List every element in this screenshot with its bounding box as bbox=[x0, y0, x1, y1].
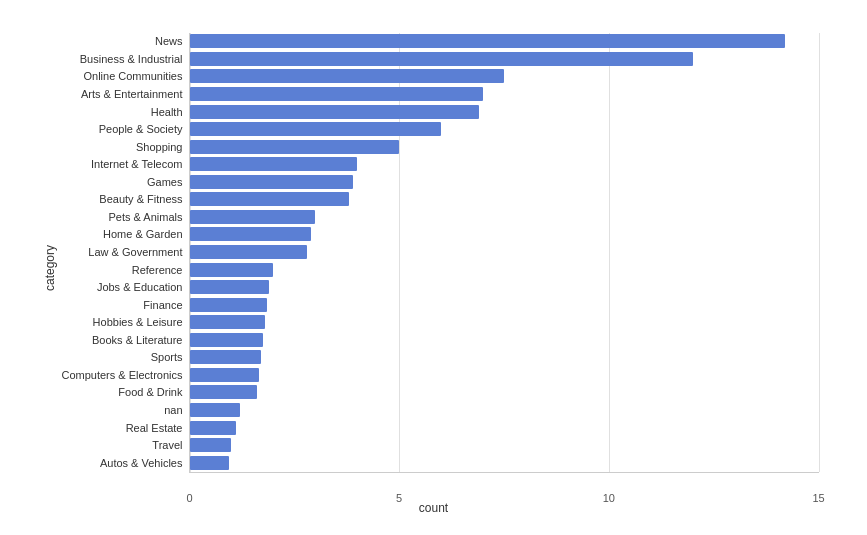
bar bbox=[190, 421, 236, 435]
bar bbox=[190, 52, 693, 66]
plot-area: NewsBusiness & IndustrialOnline Communit… bbox=[189, 33, 819, 473]
y-label: Internet & Telecom bbox=[91, 158, 183, 170]
bar bbox=[190, 385, 257, 399]
bar bbox=[190, 263, 274, 277]
x-axis-label: count bbox=[419, 501, 448, 515]
x-tick-label: 15 bbox=[812, 492, 824, 504]
bar bbox=[190, 87, 484, 101]
y-label: Shopping bbox=[136, 141, 183, 153]
x-tick-label: 0 bbox=[186, 492, 192, 504]
bars-container bbox=[190, 33, 819, 472]
y-label: Online Communities bbox=[83, 70, 182, 82]
bar-row bbox=[190, 227, 819, 241]
y-label: Books & Literature bbox=[92, 334, 183, 346]
y-label: Arts & Entertainment bbox=[81, 88, 183, 100]
bar bbox=[190, 333, 263, 347]
bar bbox=[190, 315, 265, 329]
y-label: Food & Drink bbox=[118, 386, 182, 398]
bar-row bbox=[190, 87, 819, 101]
y-label: Hobbies & Leisure bbox=[93, 316, 183, 328]
y-label: Health bbox=[151, 106, 183, 118]
bar-row bbox=[190, 210, 819, 224]
y-label: Travel bbox=[152, 439, 182, 451]
bar-row bbox=[190, 122, 819, 136]
y-labels: NewsBusiness & IndustrialOnline Communit… bbox=[22, 33, 187, 472]
x-tick-label: 10 bbox=[603, 492, 615, 504]
bar bbox=[190, 368, 259, 382]
bar-row bbox=[190, 69, 819, 83]
bar-row bbox=[190, 403, 819, 417]
y-label: Sports bbox=[151, 351, 183, 363]
bar bbox=[190, 69, 505, 83]
bar bbox=[190, 175, 354, 189]
bar-row bbox=[190, 157, 819, 171]
bar-row bbox=[190, 385, 819, 399]
bar-row bbox=[190, 438, 819, 452]
bar-row bbox=[190, 52, 819, 66]
bar bbox=[190, 105, 479, 119]
y-label: Reference bbox=[132, 264, 183, 276]
bar-row bbox=[190, 105, 819, 119]
bar-row bbox=[190, 34, 819, 48]
y-label: People & Society bbox=[99, 123, 183, 135]
bar bbox=[190, 122, 442, 136]
grid-line bbox=[819, 33, 820, 472]
y-label: Real Estate bbox=[126, 422, 183, 434]
bar bbox=[190, 227, 312, 241]
bar-row bbox=[190, 263, 819, 277]
bar-row bbox=[190, 280, 819, 294]
y-label: Pets & Animals bbox=[109, 211, 183, 223]
bar bbox=[190, 280, 270, 294]
y-label: nan bbox=[164, 404, 182, 416]
y-label: Home & Garden bbox=[103, 228, 182, 240]
y-label: News bbox=[155, 35, 183, 47]
bar-row bbox=[190, 421, 819, 435]
y-label: Law & Government bbox=[88, 246, 182, 258]
bar-row bbox=[190, 140, 819, 154]
bar-row bbox=[190, 456, 819, 470]
y-label: Business & Industrial bbox=[80, 53, 183, 65]
bar bbox=[190, 403, 240, 417]
bar bbox=[190, 350, 261, 364]
y-label: Games bbox=[147, 176, 182, 188]
bar bbox=[190, 438, 232, 452]
bar-row bbox=[190, 298, 819, 312]
bar bbox=[190, 298, 268, 312]
bar-row bbox=[190, 368, 819, 382]
bar bbox=[190, 157, 358, 171]
bar-row bbox=[190, 192, 819, 206]
bar-row bbox=[190, 350, 819, 364]
bar bbox=[190, 140, 400, 154]
bar-row bbox=[190, 315, 819, 329]
bar-row bbox=[190, 333, 819, 347]
bar-row bbox=[190, 245, 819, 259]
y-label: Beauty & Fitness bbox=[99, 193, 182, 205]
y-label: Computers & Electronics bbox=[61, 369, 182, 381]
bar bbox=[190, 34, 785, 48]
bar bbox=[190, 456, 230, 470]
y-label: Finance bbox=[143, 299, 182, 311]
x-tick-label: 5 bbox=[396, 492, 402, 504]
bar bbox=[190, 210, 316, 224]
y-label: Autos & Vehicles bbox=[100, 457, 183, 469]
bar bbox=[190, 245, 307, 259]
bar bbox=[190, 192, 349, 206]
bar-row bbox=[190, 175, 819, 189]
chart-container: category NewsBusiness & IndustrialOnline… bbox=[19, 13, 849, 523]
y-label: Jobs & Education bbox=[97, 281, 183, 293]
